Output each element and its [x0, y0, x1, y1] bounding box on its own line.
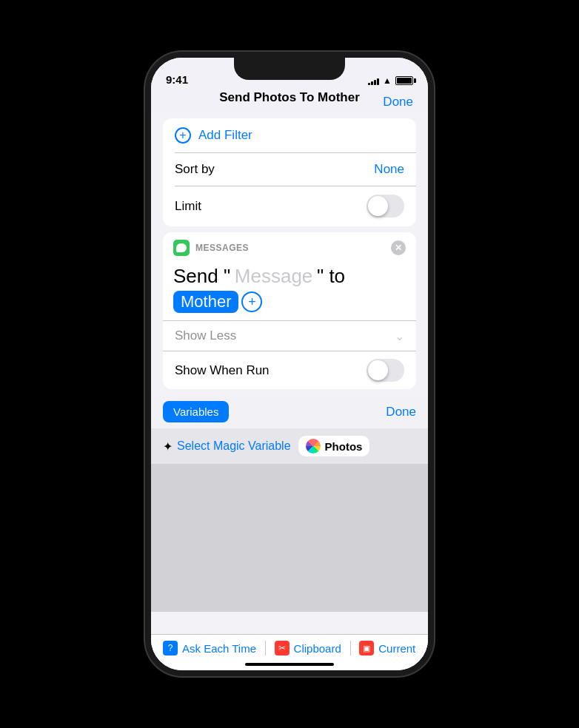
signal-bar-3: [374, 80, 376, 85]
battery-icon: [395, 76, 413, 85]
current-icon: ▣: [359, 641, 374, 655]
clipboard-label: Clipboard: [294, 642, 341, 655]
home-indicator: [245, 663, 334, 666]
message-input[interactable]: Message: [235, 265, 313, 288]
send-prefix-text: Send ": [173, 265, 232, 288]
current-item[interactable]: ▣ Current: [359, 641, 415, 655]
messages-bubble-icon: [176, 243, 187, 252]
limit-toggle[interactable]: [367, 195, 404, 218]
notch: [234, 58, 345, 80]
recipient-pill[interactable]: Mother: [173, 291, 238, 313]
variable-options-row: ✦ Select Magic Variable Photos: [151, 428, 428, 464]
chevron-down-icon: ⌄: [395, 329, 404, 343]
wifi-icon: ▲: [383, 75, 392, 86]
show-when-toggle-thumb: [368, 360, 388, 380]
messages-app-icon: [173, 240, 190, 256]
phone-content: 9:41 ▲ Send Photos To Mother Done: [151, 58, 428, 670]
show-when-run-label: Show When Run: [175, 363, 270, 378]
close-button[interactable]: ✕: [391, 240, 406, 255]
signal-bar-4: [377, 78, 379, 85]
photos-label: Photos: [325, 440, 363, 453]
limit-row[interactable]: Limit: [163, 186, 416, 226]
send-to-text: " to: [315, 265, 345, 288]
filter-sort-card: + Add Filter Sort by None Limit: [163, 118, 416, 226]
signal-bar-1: [368, 83, 370, 85]
magic-variable-label: Select Magic Variable: [177, 439, 291, 453]
variables-button[interactable]: Variables: [163, 401, 229, 422]
sort-by-row[interactable]: Sort by None: [163, 153, 416, 186]
magic-wand-icon: ✦: [163, 439, 173, 454]
show-when-run-toggle[interactable]: [367, 359, 404, 382]
side-button-right: [432, 176, 434, 220]
ask-each-time-item[interactable]: ? Ask Each Time: [163, 641, 256, 655]
add-filter-row[interactable]: + Add Filter: [163, 118, 416, 152]
bottom-divider-2: [350, 641, 351, 655]
ask-each-time-icon: ?: [163, 641, 178, 655]
sort-by-label: Sort by: [175, 162, 215, 177]
messages-header-left: MESSAGES: [173, 240, 249, 256]
variable-picker-area: [151, 464, 428, 612]
variables-bar: Variables Done: [151, 395, 428, 428]
clipboard-icon: ✂: [275, 641, 290, 655]
messages-header: MESSAGES ✕: [163, 232, 416, 260]
messages-label: MESSAGES: [195, 243, 249, 253]
add-filter-text: Add Filter: [198, 128, 252, 143]
bottom-divider-1: [265, 641, 266, 655]
sort-by-value: None: [374, 162, 404, 177]
show-less-text: Show Less: [175, 328, 236, 343]
photos-variable-pill[interactable]: Photos: [298, 436, 370, 456]
photos-icon: [306, 439, 321, 454]
limit-label: Limit: [175, 199, 201, 214]
messages-card: MESSAGES ✕ Send " Message " to Mother + …: [163, 232, 416, 389]
magic-variable-button[interactable]: ✦ Select Magic Variable: [163, 439, 291, 454]
signal-bar-2: [371, 81, 373, 85]
add-recipient-button[interactable]: +: [241, 291, 262, 312]
phone-frame: 9:41 ▲ Send Photos To Mother Done: [145, 52, 434, 676]
variables-done-button[interactable]: Done: [386, 405, 416, 419]
show-when-run-row: Show When Run: [163, 351, 416, 389]
status-time: 9:41: [166, 73, 188, 86]
current-label: Current: [378, 642, 415, 655]
toggle-thumb: [368, 196, 388, 216]
ask-each-time-label: Ask Each Time: [182, 642, 256, 655]
show-less-row[interactable]: Show Less ⌄: [163, 320, 416, 351]
clipboard-item[interactable]: ✂ Clipboard: [275, 641, 341, 655]
nav-done-button[interactable]: Done: [383, 95, 413, 109]
send-message-row: Send " Message " to Mother +: [163, 260, 416, 320]
status-icons: ▲: [368, 75, 413, 86]
battery-fill: [397, 78, 412, 84]
signal-bars-icon: [368, 77, 379, 85]
add-filter-icon: +: [175, 127, 191, 144]
nav-title: Send Photos To Mother: [219, 90, 360, 105]
